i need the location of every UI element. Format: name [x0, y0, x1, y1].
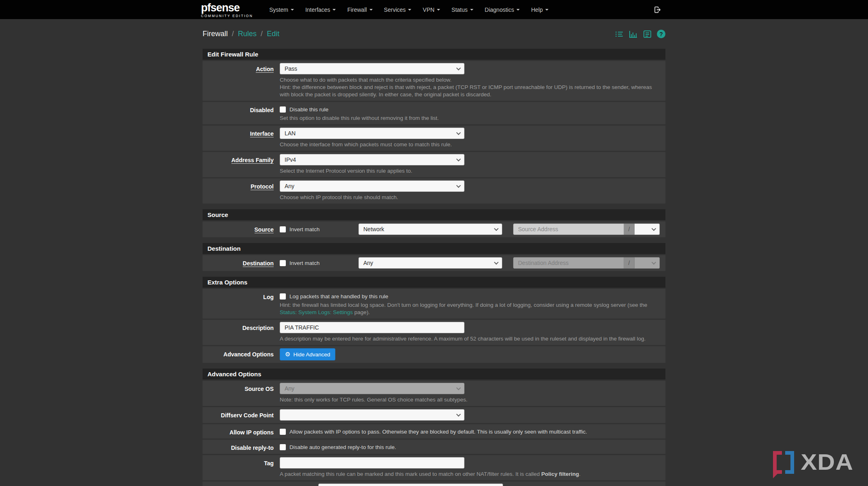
row-disable-reply-to: Disable reply-to Disable auto generated …: [203, 440, 665, 454]
source-os-select: Any: [280, 383, 464, 394]
row-log: Log Log packets that are handled by this…: [203, 289, 665, 319]
chevron-down-icon: [652, 226, 656, 231]
row-disabled: Disabled Disable this rule Set this opti…: [203, 102, 665, 124]
source-type-select[interactable]: Network: [358, 223, 502, 235]
page-quick-icons: ?: [615, 30, 665, 38]
nav-item-system[interactable]: System: [263, 7, 300, 13]
protocol-label[interactable]: Protocol: [250, 183, 274, 190]
allow-ip-options-label: Allow IP options: [229, 429, 274, 436]
brand-text: pfsense: [201, 2, 253, 13]
tagged-input[interactable]: [318, 484, 503, 486]
disable-reply-to-checkbox[interactable]: [280, 444, 286, 450]
chevron-down-icon: [369, 9, 373, 11]
row-action: Action Pass Choose what to do with packe…: [203, 61, 665, 101]
row-advanced-options-toggle: Advanced Options ⚙ Hide Advanced: [203, 346, 665, 363]
top-navbar: pfsense COMMUNITY EDITION System Interfa…: [0, 0, 868, 19]
log-help: Hint: the firewall has limited local log…: [280, 302, 661, 316]
breadcrumb-section: Firewall: [203, 30, 228, 38]
nav-item-status[interactable]: Status: [446, 7, 479, 13]
row-source-os: Source OS Any Note: this only works for …: [203, 381, 665, 406]
row-allow-ip-options: Allow IP options Allow packets with IP o…: [203, 424, 665, 438]
nav-item-services[interactable]: Services: [378, 7, 417, 13]
related-chart-icon[interactable]: [629, 30, 638, 38]
sign-out-icon: [653, 6, 661, 14]
gear-icon: ⚙: [285, 351, 290, 358]
sign-out-button[interactable]: [648, 6, 667, 14]
breadcrumb-bar: Firewall / Rules / Edit ?: [203, 19, 665, 38]
allow-ip-options-checkbox[interactable]: [280, 429, 286, 435]
source-invert-checkbox[interactable]: [280, 226, 286, 232]
panel-title: Extra Options: [203, 277, 665, 288]
xda-watermark: XDA: [773, 450, 853, 475]
disabled-help: Set this option to disable this rule wit…: [280, 115, 661, 122]
mask-separator: /: [624, 223, 635, 235]
checkbox-label: Log packets that are handled by this rul…: [289, 293, 388, 299]
tag-input[interactable]: [280, 457, 464, 469]
address-family-select[interactable]: IPv4: [280, 154, 464, 165]
source-os-help: Note: this only works for TCP rules. Gen…: [280, 396, 661, 404]
disable-rule-checkbox[interactable]: [280, 106, 286, 113]
pfsense-logo[interactable]: pfsense COMMUNITY EDITION: [201, 2, 253, 18]
panel-title: Source: [203, 209, 665, 220]
description-label: Description: [242, 325, 274, 331]
source-label[interactable]: Source: [255, 226, 274, 233]
chevron-down-icon: [437, 9, 440, 11]
row-diffserv: Diffserv Code Point: [203, 407, 665, 423]
row-tag: Tag A packet matching this rule can be m…: [203, 455, 665, 480]
log-packets-checkbox[interactable]: [280, 293, 286, 299]
xda-logo-text: XDA: [801, 451, 853, 473]
tag-help: A packet matching this rule can be marke…: [280, 471, 661, 478]
source-address-input[interactable]: [513, 223, 624, 235]
interface-help: Choose the interface from which packets …: [280, 141, 661, 148]
log-label: Log: [263, 294, 274, 300]
nav-item-vpn[interactable]: VPN: [417, 7, 446, 13]
destination-invert-checkbox[interactable]: [280, 260, 286, 266]
address-family-label[interactable]: Address Family: [231, 157, 274, 164]
description-input[interactable]: [280, 322, 464, 333]
interface-select[interactable]: LAN: [280, 128, 464, 139]
hide-advanced-button[interactable]: ⚙ Hide Advanced: [280, 348, 335, 360]
syslog-settings-link[interactable]: Status: System Logs: Settings: [280, 309, 353, 315]
chevron-down-icon: [456, 183, 461, 188]
page: { "navbar": { "brand": "pfsense", "editi…: [0, 0, 868, 486]
row-source: Source Invert match Network /: [203, 221, 665, 237]
nav-item-firewall[interactable]: Firewall: [341, 7, 378, 13]
nav-item-help[interactable]: Help: [525, 7, 554, 13]
related-list-icon[interactable]: [615, 30, 624, 38]
help-icon[interactable]: ?: [657, 30, 665, 38]
chevron-down-icon: [456, 386, 461, 390]
panel-extra-options: Extra Options Log Log packets that are h…: [203, 277, 665, 363]
panel-edit-firewall-rule: Edit Firewall Rule Action Pass Choose wh…: [203, 49, 665, 204]
nav-item-interfaces[interactable]: Interfaces: [300, 7, 341, 13]
panel-destination: Destination Destination Invert match Any…: [203, 243, 665, 271]
xda-left-bracket-icon: [773, 451, 782, 474]
chevron-down-icon: [652, 260, 656, 265]
checkbox-label: Disable this rule: [289, 106, 328, 113]
interface-label[interactable]: Interface: [250, 130, 274, 137]
tag-label: Tag: [264, 460, 274, 466]
row-interface: Interface LAN Choose the interface from …: [203, 126, 665, 151]
diffserv-select[interactable]: [280, 409, 464, 421]
breadcrumb: Firewall / Rules / Edit: [203, 30, 279, 38]
breadcrumb-current[interactable]: Edit: [267, 30, 279, 38]
source-mask-select[interactable]: [635, 223, 660, 235]
breadcrumb-link-rules[interactable]: Rules: [238, 30, 257, 38]
chevron-down-icon: [333, 9, 336, 11]
related-log-icon[interactable]: [643, 30, 652, 38]
action-select[interactable]: Pass: [280, 63, 464, 74]
protocol-select[interactable]: Any: [280, 180, 464, 192]
destination-type-select[interactable]: Any: [358, 257, 502, 269]
nav-item-diagnostics[interactable]: Diagnostics: [479, 7, 525, 13]
action-help: Choose what to do with packets that matc…: [280, 76, 661, 98]
disabled-label: Disabled: [250, 107, 274, 113]
chevron-down-icon: [516, 9, 520, 11]
destination-label[interactable]: Destination: [243, 260, 274, 267]
panel-advanced-options: Advanced Options Source OS Any Note: thi…: [203, 369, 665, 486]
panel-title: Advanced Options: [203, 369, 665, 380]
row-description: Description A description may be entered…: [203, 320, 665, 345]
checkbox-label: Disable auto generated reply-to for this…: [289, 444, 396, 450]
edition-text: COMMUNITY EDITION: [201, 14, 253, 18]
mask-separator: /: [624, 257, 635, 269]
action-label[interactable]: Action: [256, 66, 274, 73]
chevron-down-icon: [494, 226, 499, 231]
